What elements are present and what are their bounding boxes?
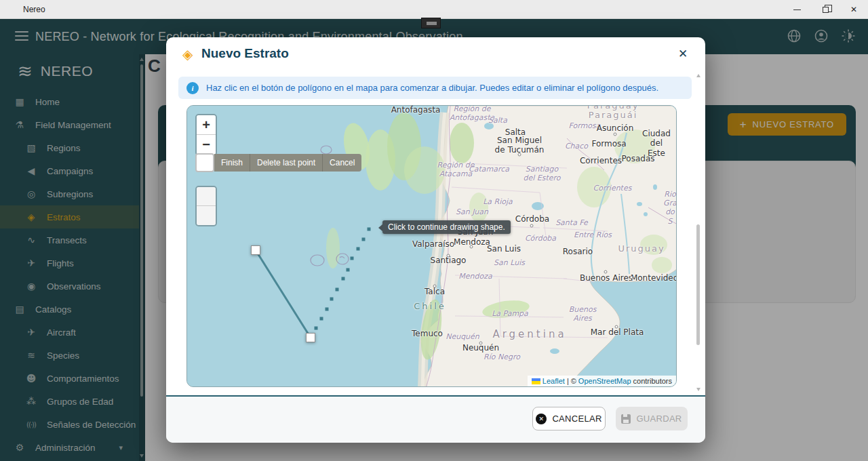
restore-icon — [823, 7, 829, 13]
city-marker — [530, 224, 534, 228]
zoom-in-button[interactable]: + — [197, 115, 216, 135]
polygon-vertex-handle[interactable] — [251, 245, 260, 255]
cancel-circle-icon: ✕ — [536, 414, 547, 424]
edit-toolbar — [195, 186, 217, 226]
attribution-divider: | — [567, 377, 569, 385]
cancelar-button-label: CANCELAR — [552, 414, 601, 424]
window-close-button[interactable]: ✕ — [840, 0, 868, 19]
cancel-draw-button[interactable]: Cancel — [323, 154, 361, 172]
draw-guide-dot — [326, 308, 329, 311]
modal-footer: ✕ CANCELAR GUARDAR — [166, 395, 705, 443]
window-titlebar: Nereo ✕ — [0, 0, 868, 19]
draw-toolbar: FinishDelete last pointCancel — [195, 153, 361, 172]
draw-guide-dot — [362, 238, 366, 241]
draw-guide-dot — [320, 317, 323, 321]
minimize-icon — [793, 9, 801, 10]
openstreetmap-link[interactable]: OpenStreetMap — [578, 377, 631, 385]
city-marker — [630, 276, 633, 279]
delete-last-point-button[interactable]: Delete last point — [250, 154, 323, 172]
ukraine-flag-icon — [532, 378, 540, 384]
zoom-out-button[interactable]: − — [197, 135, 216, 155]
copyright-symbol: © — [571, 377, 576, 385]
map-tiles — [187, 106, 677, 387]
modal-scrollbar-thumb[interactable] — [696, 224, 700, 345]
finish-button[interactable]: Finish — [214, 154, 250, 172]
draw-tooltip: Click to continue drawing shape. — [382, 220, 511, 234]
nuevo-estrato-modal: ◈ Nuevo Estrato ✕ i Haz clic en el botón… — [166, 37, 705, 443]
draw-guide-dot — [347, 268, 350, 272]
city-marker — [615, 325, 618, 329]
modal-scroll-up-icon[interactable] — [696, 74, 701, 77]
guardar-button-label: GUARDAR — [636, 414, 682, 424]
info-alert-text: Haz clic en el botón de polígono en el m… — [206, 83, 658, 93]
window-title: Nereo — [23, 5, 45, 14]
screen: Nereo ✕ NEREO - Network for Ecological R… — [0, 0, 868, 461]
city-marker — [614, 133, 617, 136]
draw-guide-dot — [330, 298, 334, 301]
window-minimize-button[interactable] — [783, 0, 811, 19]
map-attribution: Leaflet | © OpenStreetMap contributors — [528, 376, 676, 386]
draw-guide-dot — [315, 327, 318, 330]
draw-guide-dot — [336, 288, 339, 292]
cancelar-button[interactable]: ✕ CANCELAR — [532, 407, 606, 430]
layers-icon: ◈ — [182, 46, 193, 62]
leaflet-map[interactable]: AntofagastaRegión de AntofagastaParaguay… — [186, 105, 677, 387]
draw-guide-dot — [357, 247, 360, 251]
info-icon: i — [186, 82, 199, 94]
zoom-control: + − — [195, 114, 217, 156]
city-marker — [518, 153, 521, 157]
city-marker — [470, 245, 473, 249]
attribution-contributors: contributors — [633, 377, 672, 385]
draw-guide-dot — [351, 257, 354, 260]
modal-close-button[interactable]: ✕ — [674, 45, 692, 63]
modal-title: Nuevo Estrato — [201, 46, 289, 61]
modal-header: ◈ Nuevo Estrato ✕ — [166, 37, 705, 70]
draw-polygon-button[interactable] — [195, 153, 214, 172]
city-marker — [447, 254, 450, 258]
draw-guide-dot — [342, 277, 345, 281]
draw-actions: FinishDelete last pointCancel — [214, 154, 361, 172]
city-marker — [479, 342, 483, 345]
edit-layers-button[interactable] — [197, 187, 216, 206]
delete-layers-button[interactable] — [197, 206, 216, 225]
info-alert: i Haz clic en el botón de polígono en el… — [178, 77, 692, 99]
window-drag-artifact — [421, 18, 441, 28]
guardar-button[interactable]: GUARDAR — [616, 407, 688, 430]
city-marker — [433, 285, 437, 288]
close-icon: ✕ — [850, 5, 857, 14]
window-restore-button[interactable] — [811, 0, 840, 19]
modal-scrollbar[interactable] — [696, 74, 701, 391]
leaflet-link[interactable]: Leaflet — [542, 377, 565, 385]
modal-scroll-down-icon[interactable] — [696, 388, 701, 391]
save-icon — [621, 414, 631, 424]
city-marker — [604, 270, 608, 274]
draw-guide-dot — [368, 228, 371, 231]
polygon-vertex-handle[interactable] — [306, 333, 315, 342]
